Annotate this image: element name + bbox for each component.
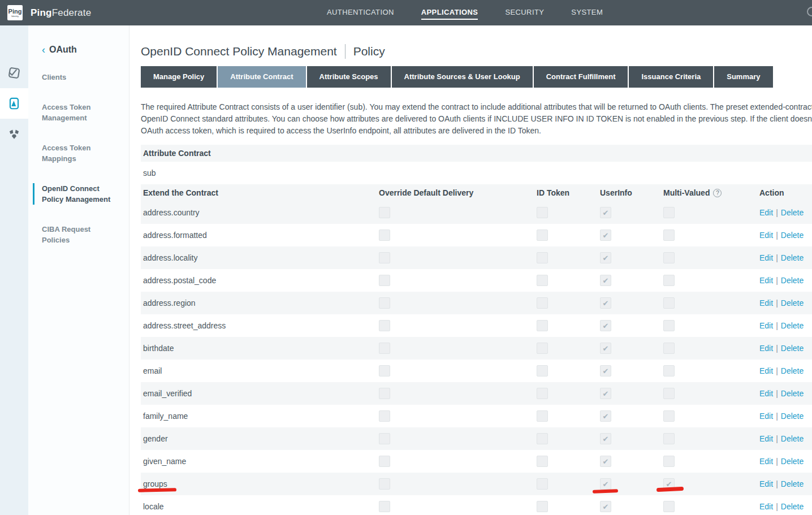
edit-link[interactable]: Edit (759, 253, 773, 262)
delete-link[interactable]: Delete (781, 253, 804, 262)
multi-valued-checkbox[interactable] (663, 343, 675, 354)
userinfo-checkbox[interactable] (600, 320, 611, 331)
override-checkbox[interactable] (379, 230, 390, 241)
multi-valued-checkbox[interactable] (663, 207, 675, 218)
step-tab[interactable]: Attribute Scopes (307, 66, 391, 88)
multi-valued-checkbox[interactable] (663, 433, 675, 444)
userinfo-checkbox[interactable] (600, 478, 611, 490)
override-checkbox[interactable] (379, 501, 390, 512)
override-checkbox[interactable] (379, 275, 390, 286)
edit-link[interactable]: Edit (759, 389, 773, 398)
multi-valued-checkbox[interactable] (663, 410, 675, 422)
id-token-checkbox[interactable] (537, 297, 548, 309)
userinfo-checkbox[interactable] (600, 297, 611, 309)
userinfo-checkbox[interactable] (600, 343, 611, 354)
id-token-checkbox[interactable] (537, 456, 548, 467)
delete-link[interactable]: Delete (781, 321, 804, 330)
multi-valued-checkbox[interactable] (663, 252, 675, 263)
edit-link[interactable]: Edit (759, 344, 773, 353)
edit-link[interactable]: Edit (759, 412, 773, 421)
override-checkbox[interactable] (379, 478, 390, 490)
top-nav-item[interactable]: APPLICATIONS (421, 6, 478, 20)
rail-item-authentication[interactable] (0, 58, 28, 88)
override-checkbox[interactable] (379, 410, 390, 422)
override-checkbox[interactable] (379, 252, 390, 263)
sidebar-item[interactable]: Clients (33, 72, 113, 83)
delete-link[interactable]: Delete (781, 412, 804, 421)
multi-valued-checkbox[interactable] (663, 501, 675, 512)
override-checkbox[interactable] (379, 433, 390, 444)
id-token-checkbox[interactable] (537, 320, 548, 331)
rail-item-applications[interactable] (0, 88, 28, 119)
multi-valued-checkbox[interactable] (663, 297, 675, 309)
sidebar-back-oauth[interactable]: ‹ OAuth (42, 45, 129, 55)
override-checkbox[interactable] (379, 343, 390, 354)
step-tab[interactable]: Manage Policy (141, 66, 217, 88)
override-checkbox[interactable] (379, 320, 390, 331)
userinfo-checkbox[interactable] (600, 410, 611, 422)
multi-valued-checkbox[interactable] (663, 320, 675, 331)
multi-valued-checkbox[interactable] (663, 230, 675, 241)
edit-link[interactable]: Edit (759, 434, 773, 443)
id-token-checkbox[interactable] (537, 410, 548, 422)
delete-link[interactable]: Delete (781, 276, 804, 285)
id-token-checkbox[interactable] (537, 478, 548, 490)
userinfo-checkbox[interactable] (600, 501, 611, 512)
delete-link[interactable]: Delete (781, 389, 804, 398)
step-tab[interactable]: Attribute Contract (218, 66, 305, 88)
rail-item-security[interactable] (0, 119, 28, 149)
edit-link[interactable]: Edit (759, 208, 773, 217)
delete-link[interactable]: Delete (781, 366, 804, 375)
delete-link[interactable]: Delete (781, 457, 804, 466)
id-token-checkbox[interactable] (537, 365, 548, 376)
id-token-checkbox[interactable] (537, 275, 548, 286)
multi-valued-checkbox[interactable] (663, 456, 675, 467)
sidebar-item[interactable]: Access Token Management (33, 102, 113, 123)
userinfo-checkbox[interactable] (600, 456, 611, 467)
id-token-checkbox[interactable] (537, 388, 548, 399)
edit-link[interactable]: Edit (759, 231, 773, 240)
delete-link[interactable]: Delete (781, 298, 804, 308)
override-checkbox[interactable] (379, 388, 390, 399)
edit-link[interactable]: Edit (759, 366, 773, 375)
id-token-checkbox[interactable] (537, 343, 548, 354)
id-token-checkbox[interactable] (537, 501, 548, 512)
userinfo-checkbox[interactable] (600, 433, 611, 444)
multi-valued-checkbox[interactable] (663, 388, 675, 399)
userinfo-checkbox[interactable] (600, 388, 611, 399)
edit-link[interactable]: Edit (759, 321, 773, 330)
userinfo-checkbox[interactable] (600, 252, 611, 263)
sidebar-item[interactable]: CIBA Request Policies (33, 224, 113, 245)
override-checkbox[interactable] (379, 456, 390, 467)
id-token-checkbox[interactable] (537, 207, 548, 218)
step-tab[interactable]: Contract Fulfillment (534, 66, 628, 88)
userinfo-checkbox[interactable] (600, 230, 611, 241)
delete-link[interactable]: Delete (781, 208, 804, 217)
delete-link[interactable]: Delete (781, 344, 804, 353)
override-checkbox[interactable] (379, 297, 390, 309)
edit-link[interactable]: Edit (759, 502, 773, 511)
userinfo-checkbox[interactable] (600, 207, 611, 218)
step-tab[interactable]: Issuance Criteria (629, 66, 713, 88)
multi-valued-checkbox[interactable] (663, 365, 675, 376)
delete-link[interactable]: Delete (781, 231, 804, 240)
step-tab[interactable]: Summary (714, 66, 772, 88)
edit-link[interactable]: Edit (759, 457, 773, 466)
edit-link[interactable]: Edit (759, 298, 773, 308)
userinfo-checkbox[interactable] (600, 275, 611, 286)
help-icon[interactable]: ? (713, 189, 722, 197)
top-nav-item[interactable]: SECURITY (505, 6, 544, 20)
search-icon[interactable] (807, 7, 812, 16)
id-token-checkbox[interactable] (537, 252, 548, 263)
top-nav-item[interactable]: SYSTEM (571, 6, 603, 20)
sidebar-item[interactable]: Access Token Mappings (33, 142, 113, 164)
delete-link[interactable]: Delete (781, 434, 804, 443)
edit-link[interactable]: Edit (759, 276, 773, 285)
top-nav-item[interactable]: AUTHENTICATION (327, 6, 394, 20)
delete-link[interactable]: Delete (781, 479, 804, 488)
override-checkbox[interactable] (379, 207, 390, 218)
multi-valued-checkbox[interactable] (663, 275, 675, 286)
userinfo-checkbox[interactable] (600, 365, 611, 376)
delete-link[interactable]: Delete (781, 502, 804, 511)
sidebar-item[interactable]: OpenID Connect Policy Management (33, 183, 113, 205)
